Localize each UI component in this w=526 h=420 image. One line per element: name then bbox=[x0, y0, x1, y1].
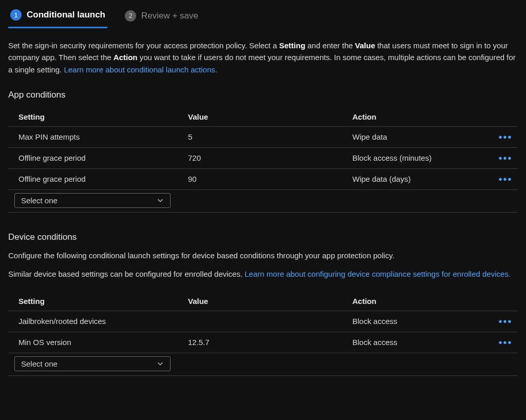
col-header-value: Value bbox=[188, 112, 352, 121]
cell-setting: Offline grace period bbox=[18, 175, 188, 183]
cell-setting: Jailbroken/rooted devices bbox=[18, 317, 188, 326]
select-placeholder: Select one bbox=[21, 196, 58, 205]
intro-part: and enter the bbox=[305, 41, 355, 50]
tab-conditional-launch[interactable]: 1 Conditional launch bbox=[8, 5, 107, 28]
device-desc-2: Similar device based settings can be con… bbox=[8, 268, 517, 280]
app-setting-select[interactable]: Select one bbox=[14, 193, 171, 208]
intro-bold: Setting bbox=[279, 41, 305, 50]
content-area: Set the sign-in security requirements fo… bbox=[0, 28, 526, 376]
row-more-icon[interactable]: ••• bbox=[495, 153, 516, 163]
tab-label: Review + save bbox=[141, 11, 198, 21]
col-header-setting: Setting bbox=[18, 297, 188, 306]
learn-more-link-device-compliance[interactable]: Learn more about configuring device comp… bbox=[245, 270, 511, 278]
table-row: Min OS version 12.5.7 Block access ••• bbox=[8, 332, 518, 353]
intro-bold: Value bbox=[355, 41, 375, 50]
device-desc-1: Configure the following conditional laun… bbox=[8, 250, 517, 262]
table-row: Offline grace period 720 Block access (m… bbox=[8, 148, 518, 169]
cell-action: Block access bbox=[352, 338, 495, 347]
learn-more-link-conditional-launch[interactable]: Learn more about conditional launch acti… bbox=[64, 65, 217, 74]
device-conditions-table: Setting Value Action Jailbroken/rooted d… bbox=[8, 292, 518, 376]
row-more-icon[interactable]: ••• bbox=[495, 174, 516, 184]
table-row: Offline grace period 90 Wipe data (days)… bbox=[8, 169, 518, 190]
select-placeholder: Select one bbox=[21, 359, 58, 368]
select-row: Select one bbox=[8, 353, 518, 376]
select-row: Select one bbox=[8, 190, 518, 213]
intro-bold: Action bbox=[114, 53, 138, 62]
cell-setting: Offline grace period bbox=[18, 154, 188, 162]
device-conditions-section: Device conditions Configure the followin… bbox=[8, 232, 518, 376]
cell-setting: Max PIN attempts bbox=[18, 132, 188, 141]
cell-action: Wipe data (days) bbox=[352, 175, 495, 183]
cell-action: Block access bbox=[352, 317, 495, 326]
col-header-setting: Setting bbox=[18, 112, 188, 121]
cell-value: 720 bbox=[188, 154, 352, 162]
row-more-icon[interactable]: ••• bbox=[495, 337, 516, 348]
cell-value: 12.5.7 bbox=[188, 338, 352, 347]
device-setting-select[interactable]: Select one bbox=[14, 356, 171, 371]
row-more-icon[interactable]: ••• bbox=[495, 132, 516, 142]
table-row: Max PIN attempts 5 Wipe data ••• bbox=[8, 127, 518, 148]
table-row: Jailbroken/rooted devices Block access •… bbox=[8, 311, 518, 332]
wizard-tabs: 1 Conditional launch 2 Review + save bbox=[0, 0, 526, 28]
device-conditions-heading: Device conditions bbox=[8, 232, 518, 242]
col-header-action: Action bbox=[352, 297, 495, 306]
intro-text: Set the sign-in security requirements fo… bbox=[8, 40, 517, 75]
cell-value: 5 bbox=[188, 132, 352, 141]
tab-label: Conditional launch bbox=[27, 10, 105, 20]
intro-part: Set the sign-in security requirements fo… bbox=[8, 41, 279, 50]
row-more-icon[interactable]: ••• bbox=[495, 316, 516, 327]
tab-review-save[interactable]: 2 Review + save bbox=[123, 6, 200, 28]
col-header-action: Action bbox=[352, 112, 495, 121]
table-header-row: Setting Value Action bbox=[8, 107, 518, 127]
device-desc-text: Similar device based settings can be con… bbox=[8, 270, 245, 278]
chevron-down-icon bbox=[157, 197, 164, 204]
cell-action: Block access (minutes) bbox=[352, 154, 495, 162]
col-header-value: Value bbox=[188, 297, 352, 306]
cell-action: Wipe data bbox=[352, 132, 495, 141]
cell-setting: Min OS version bbox=[18, 338, 188, 347]
app-conditions-heading: App conditions bbox=[8, 90, 518, 100]
tab-step-number: 2 bbox=[125, 10, 136, 22]
app-conditions-table: Setting Value Action Max PIN attempts 5 … bbox=[8, 107, 518, 213]
cell-value: 90 bbox=[188, 175, 352, 183]
table-header-row: Setting Value Action bbox=[8, 292, 518, 311]
tab-step-number: 1 bbox=[10, 9, 22, 21]
chevron-down-icon bbox=[157, 360, 164, 367]
